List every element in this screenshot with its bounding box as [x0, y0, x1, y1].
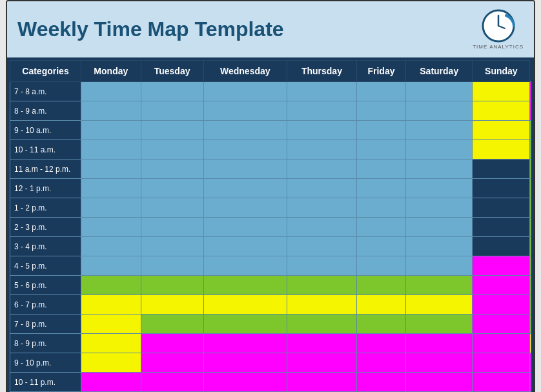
schedule-cell [406, 82, 473, 101]
schedule-cell [406, 140, 473, 160]
table-row: 10 - 11 p.m. [10, 373, 531, 392]
schedule-cell [473, 256, 530, 276]
schedule-cell [473, 179, 530, 198]
schedule-cell [203, 218, 287, 237]
schedule-cell [473, 237, 530, 256]
schedule-cell [141, 179, 203, 198]
schedule-cell [203, 82, 287, 101]
schedule-cell [203, 295, 287, 315]
schedule-cell [473, 353, 530, 373]
schedule-cell [81, 218, 141, 237]
schedule-cell [406, 256, 473, 276]
table-row: 7 - 8 a.m. [10, 82, 531, 101]
schedule-cell [356, 276, 405, 295]
schedule-cell [473, 276, 530, 295]
table-body: 7 - 8 a.m.8 - 9 a.m.9 - 10 a.m.10 - 11 a… [10, 82, 531, 392]
row-label: 7 - 8 p.m. [10, 315, 81, 334]
table-row: 3 - 4 p.m. [10, 237, 531, 256]
col-header-tuesday: Tuesday [141, 61, 203, 82]
schedule-cell [356, 121, 405, 140]
schedule-cell [356, 334, 405, 353]
schedule-cell [203, 276, 287, 295]
header: Weekly Time Map Template TIME ANALYTICS [7, 1, 534, 57]
schedule-cell [81, 121, 141, 140]
schedule-cell [287, 334, 357, 353]
schedule-cell [287, 373, 357, 392]
table-container: Categories Monday Tuesday Wednesday Thur… [7, 57, 534, 392]
schedule-cell [203, 373, 287, 392]
schedule-cell [530, 295, 531, 315]
schedule-cell [406, 315, 473, 334]
col-header-thursday: Thursday [287, 61, 357, 82]
schedule-cell [530, 179, 531, 198]
schedule-cell [141, 140, 203, 160]
schedule-cell [81, 140, 141, 160]
schedule-cell [141, 315, 203, 334]
logo-text: TIME ANALYTICS [473, 44, 524, 50]
schedule-cell [141, 82, 203, 101]
table-row: 9 - 10 p.m. [10, 353, 531, 373]
schedule-cell [203, 140, 287, 160]
schedule-cell [141, 121, 203, 140]
row-label: 9 - 10 p.m. [10, 353, 81, 373]
table-row: 1 - 2 p.m. [10, 198, 531, 218]
table-row: 8 - 9 a.m. [10, 101, 531, 121]
table-header-row: Categories Monday Tuesday Wednesday Thur… [10, 61, 531, 82]
schedule-cell [203, 256, 287, 276]
schedule-cell [203, 160, 287, 179]
schedule-cell [406, 160, 473, 179]
table-row: 2 - 3 p.m. [10, 218, 531, 237]
schedule-cell [287, 179, 357, 198]
table-row: 4 - 5 p.m. [10, 256, 531, 276]
row-label: 5 - 6 p.m. [10, 276, 81, 295]
schedule-cell [530, 315, 531, 334]
schedule-cell [81, 295, 141, 315]
schedule-cell [203, 334, 287, 353]
logo-icon [482, 9, 515, 43]
schedule-cell [530, 353, 531, 373]
schedule-cell [203, 198, 287, 218]
schedule-cell [356, 256, 405, 276]
schedule-cell [530, 276, 531, 295]
logo-area: TIME ANALYTICS [473, 9, 524, 50]
table-row: 8 - 9 p.m. [10, 334, 531, 353]
schedule-cell [287, 315, 357, 334]
table-row: 6 - 7 p.m. [10, 295, 531, 315]
schedule-cell [530, 101, 531, 121]
schedule-cell [287, 160, 357, 179]
schedule-cell [81, 276, 141, 295]
schedule-cell [287, 121, 357, 140]
row-label: 3 - 4 p.m. [10, 237, 81, 256]
schedule-cell [473, 101, 530, 121]
schedule-cell [141, 160, 203, 179]
schedule-cell [406, 276, 473, 295]
schedule-cell [203, 315, 287, 334]
table-row: 9 - 10 a.m. [10, 121, 531, 140]
table-row: 12 - 1 p.m. [10, 179, 531, 198]
schedule-cell [406, 334, 473, 353]
row-label: 6 - 7 p.m. [10, 295, 81, 315]
schedule-cell [81, 82, 141, 101]
table-row: 7 - 8 p.m. [10, 315, 531, 334]
schedule-cell [81, 353, 141, 373]
schedule-cell [406, 198, 473, 218]
row-label: 4 - 5 p.m. [10, 256, 81, 276]
row-label: 10 - 11 p.m. [10, 373, 81, 392]
schedule-cell [287, 218, 357, 237]
schedule-cell [356, 160, 405, 179]
schedule-cell [356, 140, 405, 160]
schedule-cell [530, 140, 531, 160]
col-header-monday: Monday [81, 61, 141, 82]
col-header-friday: Friday [356, 61, 405, 82]
schedule-cell [203, 179, 287, 198]
schedule-cell [473, 198, 530, 218]
schedule-cell [406, 373, 473, 392]
row-label: 7 - 8 a.m. [10, 82, 81, 101]
schedule-cell [287, 101, 357, 121]
schedule-cell [473, 295, 530, 315]
schedule-cell [203, 237, 287, 256]
schedule-cell [287, 198, 357, 218]
schedule-cell [473, 121, 530, 140]
schedule-cell [81, 101, 141, 121]
schedule-cell [356, 101, 405, 121]
